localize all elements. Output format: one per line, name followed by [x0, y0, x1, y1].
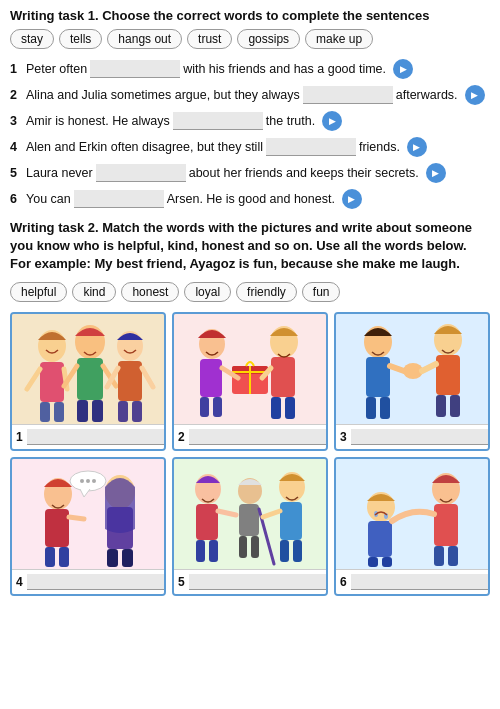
picture-footer-1: 1▶ — [12, 424, 164, 449]
picture-number-1: 1 — [16, 430, 23, 444]
svg-rect-72 — [196, 504, 218, 540]
audio-button[interactable]: ▶ — [426, 163, 446, 183]
sentence-item: 2Alina and Julia sometimes argue, but th… — [10, 85, 490, 105]
picture-card-3: 3▶ — [334, 312, 490, 451]
word-chip[interactable]: trust — [187, 29, 232, 49]
svg-rect-18 — [132, 401, 142, 422]
word-bank-2: helpfulkindhonestloyalfriendlyfun — [10, 282, 490, 302]
svg-point-58 — [86, 479, 90, 483]
svg-rect-54 — [107, 549, 118, 567]
svg-rect-14 — [118, 361, 142, 401]
word-bank-1: staytellshangs outtrustgossipsmake up — [10, 29, 490, 49]
svg-rect-22 — [200, 397, 209, 417]
picture-image-4 — [12, 459, 164, 569]
sentence-number: 4 — [10, 140, 20, 154]
sentence-blank-input[interactable] — [96, 164, 186, 182]
sentence-text-after: afterwards. — [396, 88, 458, 102]
sentence-item: 1Peter oftenwith his friends and has a g… — [10, 59, 490, 79]
svg-rect-40 — [436, 355, 460, 395]
word-chip-task2[interactable]: loyal — [184, 282, 231, 302]
sentence-text-before: Alen and Erkin often disagree, but they … — [26, 140, 263, 154]
svg-rect-12 — [92, 400, 103, 422]
word-chip[interactable]: gossips — [237, 29, 300, 49]
svg-rect-79 — [368, 557, 378, 567]
svg-point-59 — [92, 479, 96, 483]
svg-rect-73 — [196, 540, 205, 562]
sentence-blank-input[interactable] — [266, 138, 356, 156]
sentence-blank-input[interactable] — [173, 112, 263, 130]
svg-rect-74 — [209, 540, 218, 562]
sentence-item: 6You canArsen. He is good and honest.▶ — [10, 189, 490, 209]
word-chip-task2[interactable]: helpful — [10, 282, 67, 302]
picture-blank-3[interactable] — [351, 429, 489, 445]
picture-card-4: 4▶ — [10, 457, 166, 596]
word-chip-task2[interactable]: honest — [121, 282, 179, 302]
audio-button[interactable]: ▶ — [465, 85, 485, 105]
audio-button[interactable]: ▶ — [393, 59, 413, 79]
svg-rect-27 — [285, 397, 295, 419]
picture-footer-5: 5▶ — [174, 569, 326, 594]
picture-footer-4: 4▶ — [12, 569, 164, 594]
audio-button[interactable]: ▶ — [407, 137, 427, 157]
svg-rect-50 — [59, 547, 69, 567]
svg-rect-63 — [239, 536, 247, 558]
picture-blank-5[interactable] — [189, 574, 327, 590]
picture-blank-4[interactable] — [27, 574, 165, 590]
svg-rect-69 — [293, 540, 302, 562]
picture-number-3: 3 — [340, 430, 347, 444]
sentence-blank-input[interactable] — [74, 190, 164, 208]
audio-button[interactable]: ▶ — [342, 189, 362, 209]
svg-rect-62 — [239, 504, 259, 536]
svg-rect-38 — [380, 397, 390, 419]
svg-rect-37 — [366, 397, 376, 419]
svg-rect-11 — [77, 400, 88, 422]
picture-blank-6[interactable] — [351, 574, 489, 590]
svg-line-51 — [69, 517, 84, 519]
svg-rect-17 — [118, 401, 128, 422]
svg-rect-5 — [40, 402, 50, 422]
picture-blank-1[interactable] — [27, 429, 165, 445]
picture-card-2: 2▶ — [172, 312, 328, 451]
word-chip[interactable]: make up — [305, 29, 373, 49]
audio-button[interactable]: ▶ — [322, 111, 342, 131]
picture-image-5 — [174, 459, 326, 569]
word-chip[interactable]: stay — [10, 29, 54, 49]
picture-image-2 — [174, 314, 326, 424]
sentence-text-after: friends. — [359, 140, 400, 154]
svg-rect-86 — [448, 546, 458, 566]
picture-blank-2[interactable] — [189, 429, 327, 445]
sentence-blank-input[interactable] — [90, 60, 180, 78]
word-chip-task2[interactable]: fun — [302, 282, 341, 302]
sentence-number: 1 — [10, 62, 20, 76]
sentence-text-before: Alina and Julia sometimes argue, but the… — [26, 88, 300, 102]
svg-rect-49 — [45, 547, 55, 567]
sentence-number: 5 — [10, 166, 20, 180]
picture-number-5: 5 — [178, 575, 185, 589]
svg-rect-25 — [271, 357, 295, 397]
task1-section: Writing task 1. Choose the correct words… — [10, 8, 490, 209]
svg-rect-78 — [368, 521, 392, 557]
sentence-text-after: Arsen. He is good and honest. — [167, 192, 335, 206]
task2-title: Writing task 2. Match the words with the… — [10, 219, 490, 274]
picture-footer-6: 6▶ — [336, 569, 488, 594]
task1-title: Writing task 1. Choose the correct words… — [10, 8, 490, 23]
picture-number-2: 2 — [178, 430, 185, 444]
sentence-text-before: Amir is honest. He always — [26, 114, 170, 128]
sentence-blank-input[interactable] — [303, 86, 393, 104]
svg-rect-21 — [200, 359, 222, 397]
picture-footer-3: 3▶ — [336, 424, 488, 449]
svg-rect-2 — [40, 362, 64, 402]
svg-rect-48 — [45, 509, 69, 547]
picture-number-4: 4 — [16, 575, 23, 589]
picture-footer-2: 2▶ — [174, 424, 326, 449]
svg-rect-80 — [382, 557, 392, 567]
svg-rect-68 — [280, 540, 289, 562]
word-chip[interactable]: tells — [59, 29, 102, 49]
word-chip[interactable]: hangs out — [107, 29, 182, 49]
word-chip-task2[interactable]: kind — [72, 282, 116, 302]
picture-image-1 — [12, 314, 164, 424]
sentence-text-after: with his friends and has a good time. — [183, 62, 386, 76]
sentence-number: 2 — [10, 88, 20, 102]
word-chip-task2[interactable]: friendly — [236, 282, 297, 302]
svg-rect-8 — [77, 358, 103, 400]
